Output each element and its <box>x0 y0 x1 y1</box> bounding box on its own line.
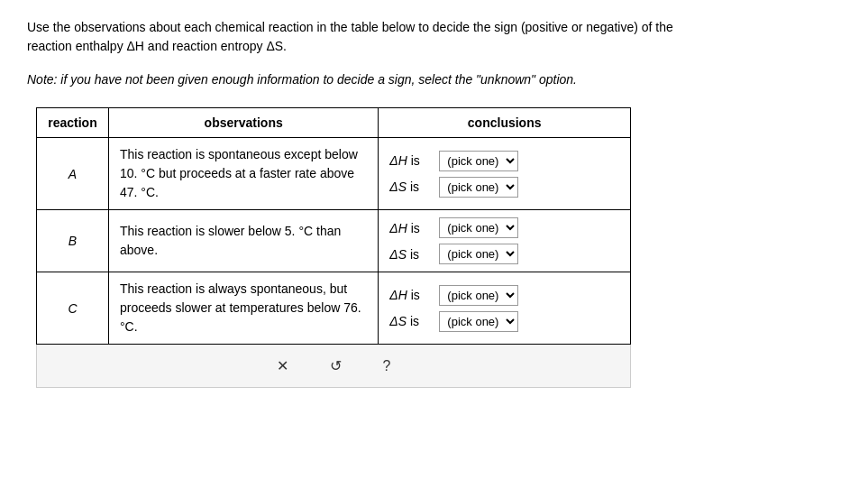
header-observations: observations <box>108 108 378 138</box>
conclusions-cell-b: ΔH is(pick one)positivenegativeunknownΔS… <box>379 210 631 272</box>
conclusions-cell-a: ΔH is(pick one)positivenegativeunknownΔS… <box>379 138 631 210</box>
dH-select-a[interactable]: (pick one)positivenegativeunknown <box>439 151 518 171</box>
observation-cell-a: This reaction is spontaneous except belo… <box>108 138 378 210</box>
table-row: AThis reaction is spontaneous except bel… <box>37 138 631 210</box>
help-button[interactable]: ? <box>376 355 398 378</box>
dH-label-a: ΔH is <box>389 153 439 168</box>
dS-select-b[interactable]: (pick one)positivenegativeunknown <box>439 244 518 264</box>
dH-select-b[interactable]: (pick one)positivenegativeunknown <box>439 217 518 238</box>
conclusions-cell-c: ΔH is(pick one)positivenegativeunknownΔS… <box>379 272 631 345</box>
reaction-cell-b: B <box>37 210 109 272</box>
observation-cell-c: This reaction is always spontaneous, but… <box>108 272 378 345</box>
close-button[interactable]: ✕ <box>270 354 296 378</box>
instructions: Use the observations about each chemical… <box>27 18 841 56</box>
dH-label-b: ΔH is <box>389 221 439 235</box>
dH-row-c: ΔH is(pick one)positivenegativeunknown <box>389 285 619 306</box>
reactions-table: reaction observations conclusions AThis … <box>36 107 631 345</box>
instruction-line2: reaction enthalpy ΔH and reaction entrop… <box>27 39 287 53</box>
dH-row-a: ΔH is(pick one)positivenegativeunknown <box>389 151 619 171</box>
dS-select-a[interactable]: (pick one)positivenegativeunknown <box>439 177 518 198</box>
header-conclusions: conclusions <box>379 108 631 138</box>
reaction-cell-c: C <box>37 272 109 345</box>
table-row: CThis reaction is always spontaneous, bu… <box>37 272 631 345</box>
dH-label-c: ΔH is <box>389 288 439 302</box>
reaction-cell-a: A <box>37 138 109 210</box>
dS-label-c: ΔS is <box>389 314 439 328</box>
dS-row-a: ΔS is(pick one)positivenegativeunknown <box>389 177 619 198</box>
dS-label-a: ΔS is <box>389 180 439 194</box>
undo-button[interactable]: ↺ <box>323 354 349 378</box>
table-row: BThis reaction is slower below 5. °C tha… <box>37 210 631 272</box>
dS-row-c: ΔS is(pick one)positivenegativeunknown <box>389 311 619 332</box>
dS-row-b: ΔS is(pick one)positivenegativeunknown <box>389 244 619 264</box>
dH-row-b: ΔH is(pick one)positivenegativeunknown <box>389 217 619 238</box>
dS-label-b: ΔS is <box>389 247 439 262</box>
observation-cell-b: This reaction is slower below 5. °C than… <box>108 210 378 272</box>
dH-select-c[interactable]: (pick one)positivenegativeunknown <box>439 285 518 306</box>
dS-select-c[interactable]: (pick one)positivenegativeunknown <box>439 311 518 332</box>
header-reaction: reaction <box>37 108 109 138</box>
toolbar: ✕ ↺ ? <box>36 345 631 388</box>
instruction-line1: Use the observations about each chemical… <box>27 20 673 34</box>
note-text: Note: if you have not been given enough … <box>27 70 841 89</box>
